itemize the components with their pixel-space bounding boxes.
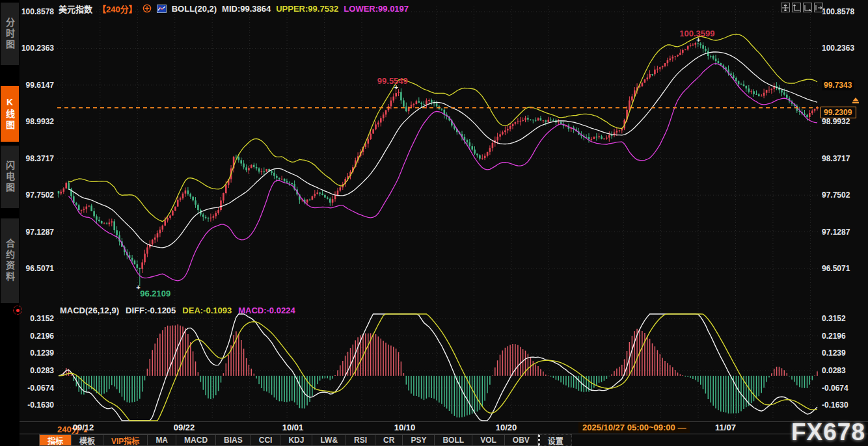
toolbar-button[interactable]: CCI <box>251 434 281 446</box>
axis-tick-label: 98.9932 <box>18 117 54 126</box>
scale-y-axis-icon[interactable] <box>792 3 801 12</box>
axis-tick-label: 0.3152 <box>822 314 858 323</box>
axis-tick-label: 98.3717 <box>822 154 858 163</box>
price-extreme-annotation: 96.2109 <box>140 289 170 298</box>
macd-diff-value: DIFF:-0.1205 <box>126 306 176 315</box>
price-alert-flag-icon[interactable] <box>851 98 860 105</box>
toolbar-button[interactable]: PSY <box>403 434 435 446</box>
axis-tick-label: 99.6147 <box>18 81 54 90</box>
macd-dea-value: DEA:-0.1093 <box>182 306 232 315</box>
toolbar-button[interactable]: 模板 <box>72 434 103 446</box>
boll-lower-value: LOWER:99.0197 <box>344 4 409 14</box>
toolbar-button[interactable]: OBV <box>505 434 538 446</box>
toolbar-button[interactable]: 指标 <box>39 434 72 446</box>
toolbar-button[interactable]: CR <box>375 434 403 446</box>
crosshair-marker-icon: + <box>136 283 140 291</box>
boll-mid-value: MID:99.3864 <box>222 4 271 14</box>
period-tag: 【240分】 <box>98 3 137 15</box>
mini-chart-icon[interactable] <box>157 5 167 13</box>
add-overlay-icon[interactable] <box>142 4 152 13</box>
chart-application-window: 分时图K线图闪电图合约资料 美元指数 【240分】 BOLL(20,2) MID… <box>0 0 868 446</box>
chart-type-sidebar: 分时图K线图闪电图合约资料 <box>0 0 20 446</box>
x-axis-date-label: 10/10 <box>394 423 416 432</box>
axis-tick-label: 97.1287 <box>822 228 858 237</box>
indicator-toolbar: 指标模板VIP指标MAMACDBIASCCIKDJLW&RSICRPSYBOLL… <box>39 434 572 446</box>
axis-tick-label: 0.0283 <box>822 366 858 375</box>
axis-tick-label: 0.1239 <box>18 348 54 358</box>
axis-tick-label: 97.7502 <box>18 190 54 200</box>
axis-tick-label: 0.2196 <box>18 332 54 341</box>
exit-chart-icon[interactable] <box>814 3 823 12</box>
window-control-icons <box>781 3 823 12</box>
toolbar-button[interactable]: KDJ <box>280 434 312 446</box>
toolbar-button[interactable]: VOL <box>472 434 505 446</box>
toolbar-button[interactable]: 设置 <box>538 434 572 446</box>
axis-tick-label: 0.3152 <box>18 314 54 323</box>
toolbar-button[interactable]: BOLL <box>435 434 472 446</box>
axis-tick-label: 98.3717 <box>18 154 54 163</box>
macd-header: MACD(26,12,9) DIFF:-0.1205 DEA:-0.1093 M… <box>60 306 295 315</box>
axis-tick-label: 97.1287 <box>18 228 54 237</box>
axis-tick-label: 100.2363 <box>18 44 54 53</box>
axis-tick-label: -0.0674 <box>822 384 858 393</box>
last-price-label: 99.2309 <box>821 107 856 118</box>
x-axis-date-label: 10/01 <box>282 423 304 432</box>
time-axis: 240分 ▲ 2025/10/27 05:00~09:00 — 09/1209/… <box>0 422 868 434</box>
symbol-title: 美元指数 <box>59 3 92 15</box>
x-axis-date-label: 10/20 <box>496 423 517 432</box>
hovered-time-label: 2025/10/27 05:00~09:00 — <box>578 422 690 433</box>
axis-tick-label: 100.8578 <box>822 7 858 16</box>
toolbar-button[interactable]: MACD <box>176 434 216 446</box>
scale-x-axis-icon[interactable] <box>803 3 812 12</box>
toolbar-button[interactable]: RSI <box>346 434 375 446</box>
macd-name-label[interactable]: MACD(26,12,9) <box>60 306 119 315</box>
indicator-settings-icon[interactable] <box>13 306 22 315</box>
boll-indicator-label[interactable]: BOLL(20,2) <box>172 4 217 14</box>
axis-tick-label: -0.0674 <box>18 384 54 393</box>
macd-macd-value: MACD:-0.0224 <box>238 306 295 315</box>
axis-tick-label: 96.5071 <box>18 264 54 273</box>
axis-tick-label: -0.1630 <box>18 400 54 410</box>
toolbar-button[interactable]: LW& <box>312 434 346 446</box>
move-tool-icon[interactable] <box>781 3 790 12</box>
sidebar-tab-1[interactable]: 分时图 <box>1 3 19 65</box>
axis-tick-label: 0.0283 <box>18 366 54 375</box>
axis-tick-label: 0.2196 <box>822 332 858 341</box>
axis-tick-label: 100.8578 <box>18 7 54 16</box>
boll-upper-value: UPPER:99.7532 <box>276 4 338 14</box>
toolbar-button[interactable]: MA <box>148 434 176 446</box>
axis-tick-label: 100.2363 <box>822 44 858 53</box>
chart-canvas[interactable] <box>0 0 868 446</box>
sidebar-tab-4[interactable]: 合约资料 <box>1 218 19 303</box>
sidebar-tab-3[interactable]: 闪电图 <box>1 146 19 208</box>
axis-tick-label: 0.1239 <box>822 348 858 358</box>
x-axis-date-label: 11/07 <box>715 423 736 432</box>
axis-tick-label: 98.9932 <box>822 117 858 126</box>
toolbar-button[interactable]: BIAS <box>216 434 251 446</box>
chart-header: 美元指数 【240分】 BOLL(20,2) MID:99.3864 UPPER… <box>59 3 409 14</box>
axis-tick-label: 96.5071 <box>822 264 858 273</box>
crosshair-marker-icon: + <box>394 83 398 91</box>
axis-tick-label: -0.1630 <box>822 400 858 410</box>
price-extreme-annotation: 99.5549 <box>377 76 408 86</box>
sidebar-tab-2[interactable]: K线图 <box>1 86 19 142</box>
crosshair-marker-icon: + <box>696 36 700 44</box>
reference-price-label: 99.7343 <box>822 80 854 90</box>
axis-tick-label: 97.7502 <box>822 190 858 200</box>
x-axis-date-label: 09/22 <box>174 423 195 432</box>
x-axis-date-label: 09/12 <box>73 423 94 432</box>
toolbar-button[interactable]: VIP指标 <box>103 434 148 446</box>
